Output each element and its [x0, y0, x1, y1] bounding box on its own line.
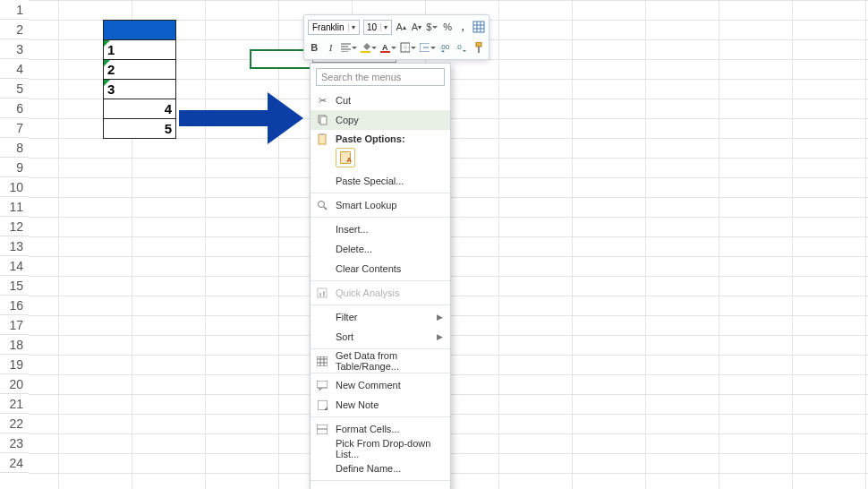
dec-decimal-icon: .0: [455, 42, 468, 53]
row-header[interactable]: 13: [0, 236, 29, 256]
menu-item-quick-analysis: Quick Analysis: [311, 283, 450, 303]
font-size-select[interactable]: 10▾: [363, 20, 392, 35]
row-header[interactable]: 2: [0, 20, 29, 39]
menu-item-get-data[interactable]: Get Data from Table/Range...: [311, 351, 450, 371]
conditional-format-button[interactable]: [472, 20, 485, 35]
row-header[interactable]: 22: [0, 414, 29, 433]
increase-decimal-button[interactable]: .00: [439, 40, 452, 56]
format-painter-button[interactable]: [472, 40, 485, 56]
menu-item-filter[interactable]: Filter▶: [311, 307, 450, 327]
bold-button[interactable]: B: [308, 40, 320, 56]
data-cell[interactable]: [104, 21, 176, 40]
row-header[interactable]: 23: [0, 433, 29, 453]
italic-button[interactable]: I: [324, 40, 336, 56]
decrease-decimal-button[interactable]: .0: [455, 40, 468, 56]
data-cell[interactable]: 5: [104, 119, 176, 139]
separator: [311, 416, 450, 417]
copy-icon: [316, 114, 328, 126]
borders-button[interactable]: [400, 40, 416, 56]
row-header[interactable]: 7: [0, 118, 29, 138]
separator: [311, 480, 450, 481]
menu-item-pick-from-list[interactable]: Pick From Drop-down List...: [311, 439, 450, 459]
row-header[interactable]: 17: [0, 315, 29, 335]
menu-item-link[interactable]: Link▶: [311, 483, 450, 489]
decrease-font-button[interactable]: A▾: [411, 20, 422, 35]
menu-item-cut[interactable]: ✂ Cut: [311, 90, 450, 110]
borders-icon: [400, 42, 410, 53]
svg-rect-32: [317, 381, 328, 388]
menu-item-paste-special[interactable]: Paste Special...: [311, 171, 450, 191]
mini-toolbar: Franklin▾ 10▾ A▴ A▾ $ % , B I A .00: [303, 14, 489, 60]
inc-decimal-icon: .00: [439, 42, 452, 53]
align-button[interactable]: [341, 40, 357, 56]
row-header[interactable]: 16: [0, 296, 29, 315]
menu-item-new-comment[interactable]: New Comment: [311, 375, 450, 395]
row-header[interactable]: 1: [0, 0, 29, 20]
row-header[interactable]: 8: [0, 138, 29, 158]
svg-rect-17: [478, 47, 480, 53]
percent-format-button[interactable]: %: [441, 20, 453, 35]
comma-style-button[interactable]: ,: [457, 20, 469, 35]
row-header[interactable]: 20: [0, 374, 29, 394]
table-grid-icon: [472, 21, 485, 33]
row-header[interactable]: 14: [0, 256, 29, 276]
source-data-column: 12345: [103, 20, 176, 139]
data-cell[interactable]: 4: [104, 99, 176, 119]
accounting-format-button[interactable]: $: [426, 20, 438, 35]
separator: [311, 280, 450, 281]
fill-color-button[interactable]: [361, 40, 377, 56]
row-header[interactable]: 3: [0, 39, 29, 59]
separator: [311, 348, 450, 349]
paint-bucket-icon: [361, 43, 370, 53]
menu-search-input[interactable]: Search the menus: [316, 68, 445, 86]
row-header[interactable]: 11: [0, 197, 29, 217]
row-header[interactable]: 24: [0, 453, 29, 473]
svg-line-23: [324, 207, 327, 210]
menu-item-insert[interactable]: Insert...: [311, 219, 450, 239]
brush-icon: [473, 42, 484, 54]
menu-item-format-cells[interactable]: Format Cells...: [311, 419, 450, 439]
menu-item-sort[interactable]: Sort▶: [311, 327, 450, 347]
data-cell[interactable]: 3: [104, 80, 176, 99]
svg-rect-26: [323, 291, 325, 296]
increase-font-button[interactable]: A▴: [396, 20, 407, 35]
svg-rect-27: [317, 356, 328, 366]
row-header[interactable]: 19: [0, 355, 29, 374]
menu-item-delete[interactable]: Delete...: [311, 239, 450, 259]
merge-center-button[interactable]: [420, 40, 436, 56]
svg-text:.0: .0: [455, 43, 462, 51]
align-icon: [341, 43, 351, 52]
paste-keep-text-button[interactable]: [336, 148, 355, 167]
row-header[interactable]: 21: [0, 394, 29, 414]
font-name-select[interactable]: Franklin▾: [308, 20, 360, 35]
menu-item-new-note[interactable]: New Note: [311, 395, 450, 415]
row-header-column: 123456789101112131415161718192021222324: [0, 0, 29, 473]
menu-item-smart-lookup[interactable]: Smart Lookup: [311, 195, 450, 215]
menu-item-copy[interactable]: Copy: [311, 110, 450, 130]
svg-rect-19: [320, 116, 327, 124]
font-color-icon: A: [380, 43, 390, 53]
row-header[interactable]: 18: [0, 335, 29, 355]
table-icon: [316, 355, 328, 367]
chevron-right-icon: ▶: [437, 332, 443, 341]
svg-rect-20: [319, 134, 326, 144]
row-header[interactable]: 6: [0, 99, 29, 118]
data-cell[interactable]: 2: [104, 60, 176, 80]
data-cell[interactable]: 1: [104, 40, 176, 60]
row-header[interactable]: 12: [0, 217, 29, 236]
svg-point-22: [319, 202, 325, 208]
menu-item-define-name[interactable]: Define Name...: [311, 459, 450, 478]
row-header[interactable]: 15: [0, 276, 29, 296]
svg-rect-16: [476, 42, 481, 47]
row-header[interactable]: 5: [0, 79, 29, 99]
scissors-icon: ✂: [316, 94, 328, 107]
row-header[interactable]: 10: [0, 177, 29, 197]
row-header[interactable]: 4: [0, 59, 29, 79]
menu-item-paste-options: Paste Options:: [311, 130, 450, 146]
context-menu: Search the menus ✂ Cut Copy Paste Option…: [310, 63, 451, 489]
font-color-button[interactable]: A: [380, 40, 396, 56]
merge-icon: [420, 43, 430, 52]
row-header[interactable]: 9: [0, 158, 29, 177]
format-cells-icon: [316, 423, 328, 435]
menu-item-clear-contents[interactable]: Clear Contents: [311, 259, 450, 279]
